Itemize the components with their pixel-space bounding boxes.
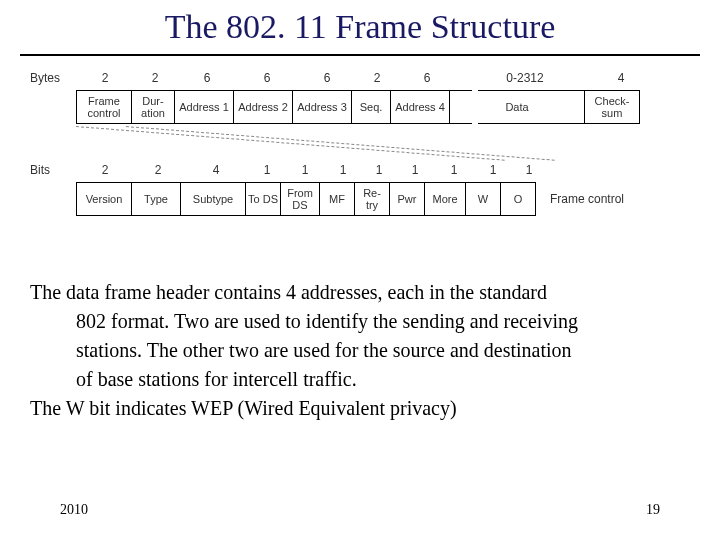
footer-page-number: 19 <box>646 502 660 518</box>
body-line: The W bit indicates WEP (Wired Equivalen… <box>30 396 690 421</box>
bytes-sizes: 2 2 6 6 6 2 6 0-2312 4 <box>76 68 650 88</box>
field-address-2: Address 2 <box>234 91 293 124</box>
body-text: The data frame header contains 4 address… <box>30 280 690 425</box>
byte-size: 2 <box>78 70 132 86</box>
expansion-lines <box>76 126 690 166</box>
field-type: Type <box>132 183 181 216</box>
field-checksum: Check- sum <box>585 91 640 124</box>
field-address-1: Address 1 <box>175 91 234 124</box>
field-data-label: Data <box>505 101 528 113</box>
field-o: O <box>501 183 536 216</box>
slide: The 802. 11 Frame Structure Bytes 2 2 6 … <box>0 0 720 540</box>
body-line: stations. The other two are used for the… <box>30 338 690 363</box>
byte-size: 6 <box>298 70 356 86</box>
field-more: More <box>425 183 466 216</box>
byte-size: 4 <box>594 70 648 86</box>
field-mf: MF <box>320 183 355 216</box>
byte-size: 6 <box>398 70 456 86</box>
field-duration: Dur- ation <box>132 91 175 124</box>
byte-size: 2 <box>134 70 176 86</box>
bytes-fields: Frame control Dur- ation Address 1 Addre… <box>76 90 640 124</box>
field-subtype: Subtype <box>181 183 246 216</box>
body-line: The data frame header contains 4 address… <box>30 280 690 305</box>
byte-size: 6 <box>238 70 296 86</box>
field-frame-control: Frame control <box>77 91 132 124</box>
bits-fields: Version Type Subtype To DS From DS MF Re… <box>76 182 536 216</box>
byte-size: 0-2312 <box>458 70 592 86</box>
field-data: Data <box>450 91 585 124</box>
frame-diagram: Bytes 2 2 6 6 6 2 6 0-2312 4 Frame contr… <box>30 68 690 218</box>
byte-size: 2 <box>358 70 396 86</box>
field-seq: Seq. <box>352 91 391 124</box>
bytes-row: Bytes 2 2 6 6 6 2 6 0-2312 4 <box>30 68 690 88</box>
slide-title: The 802. 11 Frame Structure <box>0 0 720 46</box>
title-rule <box>20 54 700 56</box>
bytes-fields-row: Frame control Dur- ation Address 1 Addre… <box>30 90 690 124</box>
field-address-4: Address 4 <box>391 91 450 124</box>
byte-size: 6 <box>178 70 236 86</box>
footer-year: 2010 <box>60 502 88 518</box>
field-address-3: Address 3 <box>293 91 352 124</box>
body-line: of base stations for intercell traffic. <box>30 367 690 392</box>
break-mark-icon <box>472 90 478 98</box>
field-pwr: Pwr <box>390 183 425 216</box>
body-line: 802 format. Two are used to identify the… <box>30 309 690 334</box>
field-to-ds: To DS <box>246 183 281 216</box>
frame-control-caption: Frame control <box>550 192 624 206</box>
field-retry: Re- try <box>355 183 390 216</box>
bits-fields-row: Version Type Subtype To DS From DS MF Re… <box>30 182 690 216</box>
bytes-label: Bytes <box>30 71 76 85</box>
field-from-ds: From DS <box>281 183 320 216</box>
bits-label: Bits <box>30 163 76 177</box>
field-version: Version <box>77 183 132 216</box>
break-mark-icon <box>472 116 478 124</box>
field-w: W <box>466 183 501 216</box>
